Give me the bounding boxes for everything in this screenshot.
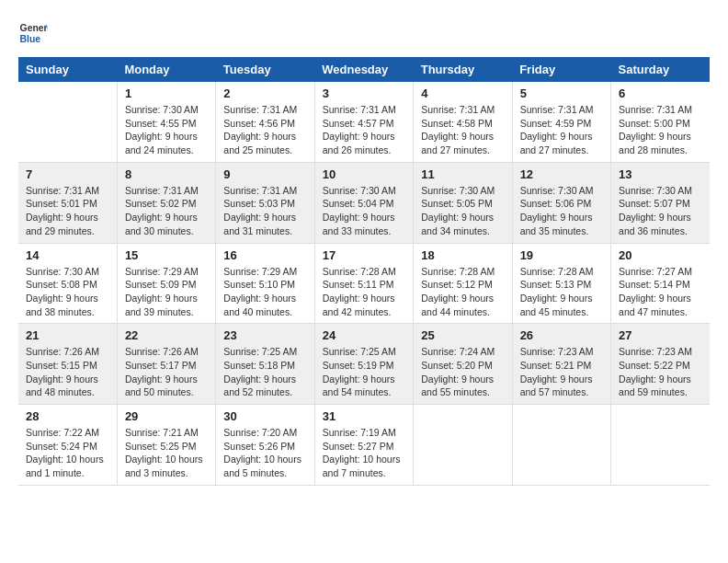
day-number: 21 xyxy=(26,328,109,342)
svg-text:General: General xyxy=(20,23,48,33)
day-info: Sunrise: 7:29 AMSunset: 5:09 PMDaylight:… xyxy=(125,265,208,319)
day-info: Sunrise: 7:25 AMSunset: 5:18 PMDaylight:… xyxy=(223,345,306,399)
calendar-header: SundayMondayTuesdayWednesdayThursdayFrid… xyxy=(18,57,710,82)
day-info: Sunrise: 7:31 AMSunset: 4:59 PMDaylight:… xyxy=(520,103,603,157)
day-number: 1 xyxy=(125,86,208,100)
calendar-cell: 15Sunrise: 7:29 AMSunset: 5:09 PMDayligh… xyxy=(117,243,215,324)
day-number: 13 xyxy=(619,167,702,181)
calendar-cell: 27Sunrise: 7:23 AMSunset: 5:22 PMDayligh… xyxy=(611,324,710,405)
calendar-cell: 6Sunrise: 7:31 AMSunset: 5:00 PMDaylight… xyxy=(611,82,710,162)
week-row: 7Sunrise: 7:31 AMSunset: 5:01 PMDaylight… xyxy=(18,162,710,243)
calendar-cell: 21Sunrise: 7:26 AMSunset: 5:15 PMDayligh… xyxy=(18,324,117,405)
calendar-cell: 8Sunrise: 7:31 AMSunset: 5:02 PMDaylight… xyxy=(117,162,215,243)
day-number: 14 xyxy=(26,248,109,262)
day-info: Sunrise: 7:30 AMSunset: 4:55 PMDaylight:… xyxy=(125,103,208,157)
calendar-cell: 3Sunrise: 7:31 AMSunset: 4:57 PMDaylight… xyxy=(314,82,413,162)
calendar-cell: 5Sunrise: 7:31 AMSunset: 4:59 PMDaylight… xyxy=(512,82,610,162)
day-info: Sunrise: 7:28 AMSunset: 5:11 PMDaylight:… xyxy=(323,265,405,319)
day-info: Sunrise: 7:22 AMSunset: 5:24 PMDaylight:… xyxy=(26,426,109,480)
day-number: 19 xyxy=(520,248,603,262)
week-row: 28Sunrise: 7:22 AMSunset: 5:24 PMDayligh… xyxy=(18,405,710,486)
calendar-cell: 11Sunrise: 7:30 AMSunset: 5:05 PMDayligh… xyxy=(414,162,512,243)
calendar-cell: 28Sunrise: 7:22 AMSunset: 5:24 PMDayligh… xyxy=(18,405,117,486)
day-info: Sunrise: 7:30 AMSunset: 5:06 PMDaylight:… xyxy=(520,184,603,238)
day-info: Sunrise: 7:31 AMSunset: 4:56 PMDaylight:… xyxy=(223,103,306,157)
day-number: 29 xyxy=(125,409,208,423)
calendar-cell: 31Sunrise: 7:19 AMSunset: 5:27 PMDayligh… xyxy=(314,405,413,486)
calendar-cell xyxy=(512,405,610,486)
day-info: Sunrise: 7:27 AMSunset: 5:14 PMDaylight:… xyxy=(619,265,702,319)
day-info: Sunrise: 7:20 AMSunset: 5:26 PMDaylight:… xyxy=(223,426,306,480)
calendar-cell: 18Sunrise: 7:28 AMSunset: 5:12 PMDayligh… xyxy=(414,243,512,324)
header-wednesday: Wednesday xyxy=(314,57,413,82)
calendar-cell: 19Sunrise: 7:28 AMSunset: 5:13 PMDayligh… xyxy=(512,243,610,324)
logo: General Blue xyxy=(18,18,48,48)
calendar-cell: 16Sunrise: 7:29 AMSunset: 5:10 PMDayligh… xyxy=(216,243,314,324)
page-header: General Blue xyxy=(18,18,710,48)
calendar-cell: 20Sunrise: 7:27 AMSunset: 5:14 PMDayligh… xyxy=(611,243,710,324)
day-info: Sunrise: 7:23 AMSunset: 5:21 PMDaylight:… xyxy=(520,345,603,399)
calendar-cell: 13Sunrise: 7:30 AMSunset: 5:07 PMDayligh… xyxy=(611,162,710,243)
day-number: 17 xyxy=(323,248,405,262)
day-info: Sunrise: 7:26 AMSunset: 5:17 PMDaylight:… xyxy=(125,345,208,399)
day-number: 22 xyxy=(125,328,208,342)
day-info: Sunrise: 7:31 AMSunset: 5:02 PMDaylight:… xyxy=(125,184,208,238)
svg-text:Blue: Blue xyxy=(20,34,41,44)
day-number: 16 xyxy=(223,248,306,262)
calendar-cell: 9Sunrise: 7:31 AMSunset: 5:03 PMDaylight… xyxy=(216,162,314,243)
day-info: Sunrise: 7:30 AMSunset: 5:04 PMDaylight:… xyxy=(323,184,405,238)
day-info: Sunrise: 7:19 AMSunset: 5:27 PMDaylight:… xyxy=(323,426,405,480)
header-saturday: Saturday xyxy=(611,57,710,82)
header-monday: Monday xyxy=(117,57,215,82)
logo-icon: General Blue xyxy=(18,18,48,48)
calendar-cell: 22Sunrise: 7:26 AMSunset: 5:17 PMDayligh… xyxy=(117,324,215,405)
day-info: Sunrise: 7:25 AMSunset: 5:19 PMDaylight:… xyxy=(323,345,405,399)
week-row: 1Sunrise: 7:30 AMSunset: 4:55 PMDaylight… xyxy=(18,82,710,162)
day-number: 30 xyxy=(223,409,306,423)
day-number: 27 xyxy=(619,328,702,342)
day-info: Sunrise: 7:24 AMSunset: 5:20 PMDaylight:… xyxy=(421,345,504,399)
week-row: 14Sunrise: 7:30 AMSunset: 5:08 PMDayligh… xyxy=(18,243,710,324)
day-number: 7 xyxy=(26,167,109,181)
calendar-cell: 29Sunrise: 7:21 AMSunset: 5:25 PMDayligh… xyxy=(117,405,215,486)
day-number: 31 xyxy=(323,409,405,423)
day-info: Sunrise: 7:30 AMSunset: 5:07 PMDaylight:… xyxy=(619,184,702,238)
day-info: Sunrise: 7:30 AMSunset: 5:05 PMDaylight:… xyxy=(421,184,504,238)
day-number: 11 xyxy=(421,167,504,181)
day-number: 6 xyxy=(619,86,702,100)
day-number: 9 xyxy=(223,167,306,181)
week-row: 21Sunrise: 7:26 AMSunset: 5:15 PMDayligh… xyxy=(18,324,710,405)
calendar-cell: 23Sunrise: 7:25 AMSunset: 5:18 PMDayligh… xyxy=(216,324,314,405)
day-number: 3 xyxy=(323,86,405,100)
calendar-cell xyxy=(414,405,512,486)
day-info: Sunrise: 7:23 AMSunset: 5:22 PMDaylight:… xyxy=(619,345,702,399)
day-info: Sunrise: 7:31 AMSunset: 5:01 PMDaylight:… xyxy=(26,184,109,238)
day-number: 25 xyxy=(421,328,504,342)
day-number: 24 xyxy=(323,328,405,342)
header-sunday: Sunday xyxy=(18,57,117,82)
calendar-cell: 14Sunrise: 7:30 AMSunset: 5:08 PMDayligh… xyxy=(18,243,117,324)
calendar-cell: 24Sunrise: 7:25 AMSunset: 5:19 PMDayligh… xyxy=(314,324,413,405)
calendar-body: 1Sunrise: 7:30 AMSunset: 4:55 PMDaylight… xyxy=(18,82,710,485)
calendar-cell: 7Sunrise: 7:31 AMSunset: 5:01 PMDaylight… xyxy=(18,162,117,243)
day-number: 20 xyxy=(619,248,702,262)
day-number: 26 xyxy=(520,328,603,342)
calendar-cell: 17Sunrise: 7:28 AMSunset: 5:11 PMDayligh… xyxy=(314,243,413,324)
day-info: Sunrise: 7:31 AMSunset: 4:58 PMDaylight:… xyxy=(421,103,504,157)
day-info: Sunrise: 7:31 AMSunset: 4:57 PMDaylight:… xyxy=(323,103,405,157)
day-number: 10 xyxy=(323,167,405,181)
day-info: Sunrise: 7:31 AMSunset: 5:00 PMDaylight:… xyxy=(619,103,702,157)
calendar-table: SundayMondayTuesdayWednesdayThursdayFrid… xyxy=(18,57,710,486)
calendar-cell xyxy=(611,405,710,486)
calendar-cell: 2Sunrise: 7:31 AMSunset: 4:56 PMDaylight… xyxy=(216,82,314,162)
day-number: 4 xyxy=(421,86,504,100)
day-info: Sunrise: 7:28 AMSunset: 5:12 PMDaylight:… xyxy=(421,265,504,319)
day-number: 15 xyxy=(125,248,208,262)
day-number: 23 xyxy=(223,328,306,342)
header-friday: Friday xyxy=(512,57,610,82)
calendar-cell: 4Sunrise: 7:31 AMSunset: 4:58 PMDaylight… xyxy=(414,82,512,162)
day-info: Sunrise: 7:28 AMSunset: 5:13 PMDaylight:… xyxy=(520,265,603,319)
calendar-cell: 30Sunrise: 7:20 AMSunset: 5:26 PMDayligh… xyxy=(216,405,314,486)
day-number: 5 xyxy=(520,86,603,100)
calendar-cell: 25Sunrise: 7:24 AMSunset: 5:20 PMDayligh… xyxy=(414,324,512,405)
